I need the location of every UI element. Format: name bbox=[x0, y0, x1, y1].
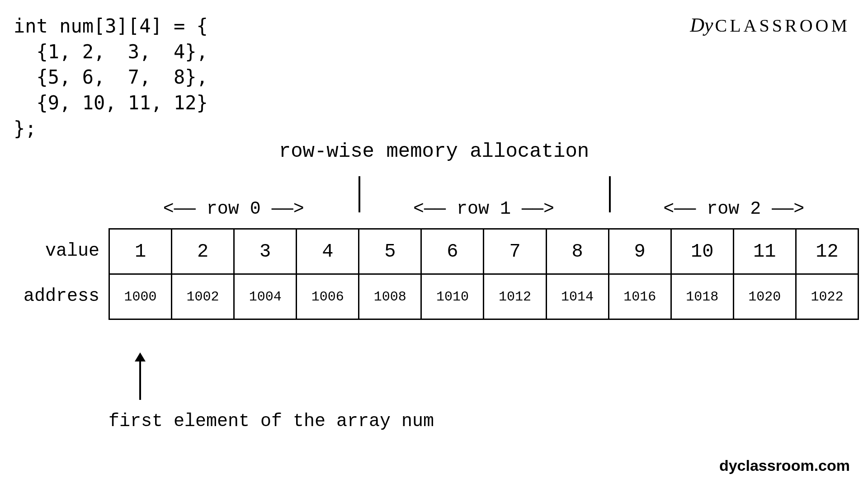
address-cell: 1004 bbox=[234, 274, 297, 319]
address-cell: 1008 bbox=[359, 274, 421, 319]
row-header-2: <—— row 2 ——> bbox=[609, 199, 859, 219]
address-row: 1000 1002 1004 1006 1008 1010 1012 1014 … bbox=[109, 274, 859, 319]
value-label: value bbox=[9, 228, 108, 273]
address-cell: 1006 bbox=[297, 274, 359, 319]
diagram-title: row-wise memory allocation bbox=[279, 140, 590, 163]
row-header-0: <—— row 0 ——> bbox=[108, 199, 359, 219]
address-cell: 1014 bbox=[546, 274, 609, 319]
row-labels: value address bbox=[9, 228, 108, 320]
memory-diagram: <—— row 0 ——> <—— row 1 ——> <—— row 2 ——… bbox=[9, 199, 859, 320]
value-cell: 4 bbox=[297, 229, 359, 274]
address-cell: 1000 bbox=[109, 274, 172, 319]
row-headers: <—— row 0 ——> <—— row 1 ——> <—— row 2 ——… bbox=[108, 199, 859, 219]
value-cell: 11 bbox=[733, 229, 796, 274]
value-cell: 5 bbox=[359, 229, 421, 274]
address-cell: 1010 bbox=[421, 274, 484, 319]
value-cell: 7 bbox=[484, 229, 546, 274]
svg-marker-1 bbox=[135, 352, 146, 361]
address-cell: 1002 bbox=[172, 274, 234, 319]
address-label: address bbox=[9, 273, 108, 319]
memory-table: 1 2 3 4 5 6 7 8 9 10 11 12 1000 1002 100… bbox=[108, 228, 859, 320]
value-cell: 8 bbox=[546, 229, 609, 274]
logo-prefix: Dy bbox=[690, 14, 713, 36]
annotation-text: first element of the array num bbox=[108, 411, 434, 432]
divider-2 bbox=[609, 176, 611, 212]
logo: DyCLASSROOM bbox=[690, 14, 850, 37]
value-cell: 10 bbox=[671, 229, 733, 274]
annotation-block: first element of the array num bbox=[108, 352, 434, 432]
value-cell: 6 bbox=[421, 229, 484, 274]
code-block: int num[3][4] = { {1, 2, 3, 4}, {5, 6, 7… bbox=[14, 14, 208, 141]
row-header-1: <—— row 1 ——> bbox=[359, 199, 609, 219]
address-cell: 1012 bbox=[484, 274, 546, 319]
value-cell: 3 bbox=[234, 229, 297, 274]
value-cell: 9 bbox=[609, 229, 671, 274]
logo-text: CLASSROOM bbox=[715, 15, 850, 36]
value-cell: 2 bbox=[172, 229, 234, 274]
up-arrow-icon bbox=[131, 352, 149, 402]
value-cell: 1 bbox=[109, 229, 172, 274]
footer-text: dyclassroom.com bbox=[719, 457, 850, 474]
divider-1 bbox=[359, 176, 360, 212]
address-cell: 1022 bbox=[796, 274, 858, 319]
value-cell: 12 bbox=[796, 229, 858, 274]
value-row: 1 2 3 4 5 6 7 8 9 10 11 12 bbox=[109, 229, 859, 274]
address-cell: 1016 bbox=[609, 274, 671, 319]
address-cell: 1018 bbox=[671, 274, 733, 319]
address-cell: 1020 bbox=[733, 274, 796, 319]
